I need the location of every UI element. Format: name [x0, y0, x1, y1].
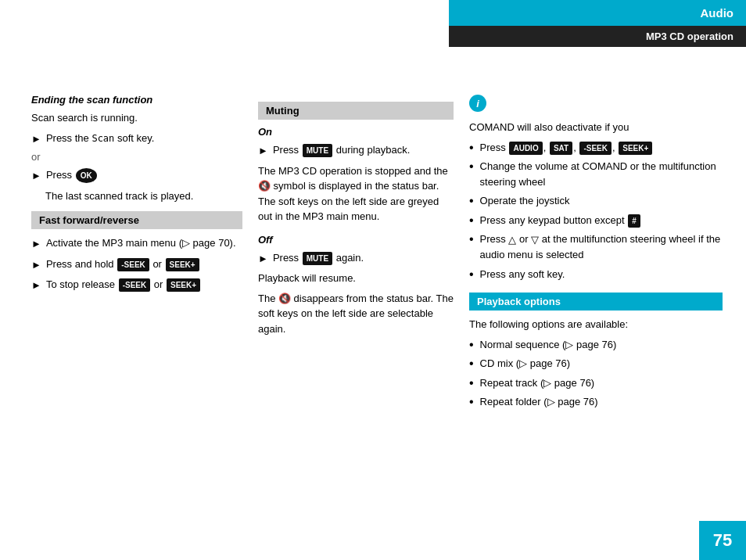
playback-options-heading: Playback options — [469, 293, 723, 311]
audio-badge: AUDIO — [509, 142, 542, 155]
muting-heading-text: Muting — [266, 105, 299, 117]
dot-icon-2: • — [469, 160, 474, 173]
off-bullet-text: Press MUTE again. — [273, 250, 364, 266]
ff-bullet-2: ► Press and hold -SEEK or SEEK+ — [31, 257, 242, 273]
arrow-icon-3: ► — [31, 236, 41, 252]
mid-column: Muting On ► Press MUTE during playback. … — [258, 94, 469, 505]
ok-badge: OK — [76, 168, 97, 183]
dot-icon-3: • — [469, 195, 474, 207]
mute-badge-2: MUTE — [303, 252, 332, 265]
dot-icon-8: • — [469, 357, 474, 370]
arrow-icon-7: ► — [258, 251, 268, 267]
page-number: 75 — [699, 521, 746, 560]
steer-down-icon: ▽ — [531, 232, 539, 248]
right-bullet-2-text: Change the volume at COMAND or the multi… — [480, 159, 723, 189]
playback-item-2-text: CD mix (▷ page 76) — [480, 356, 570, 372]
scan-bullet-2-text: Press OK — [46, 167, 98, 183]
right-bullet-6: • Press any soft key. — [469, 267, 723, 282]
last-scanned-text: The last scanned track is played. — [45, 188, 242, 204]
seek-plus-badge-2: SEEK+ — [167, 278, 200, 292]
right-column: i COMAND will also deactivate if you • P… — [469, 94, 723, 505]
seek-plus-badge-1: SEEK+ — [166, 258, 199, 271]
dot-icon-10: • — [469, 396, 474, 408]
seek-minus-badge-1: -SEEK — [117, 258, 149, 271]
playback-item-3: • Repeat track (▷ page 76) — [469, 375, 723, 391]
ff-bullet-2-text: Press and hold -SEEK or SEEK+ — [46, 257, 200, 272]
header-subtitle-label: MP3 CD operation — [449, 26, 746, 47]
seek-plus-badge-3: SEEK+ — [619, 142, 652, 155]
header: Audio MP3 CD operation — [449, 0, 746, 47]
right-bullet-5: • Press △ or ▽ at the multifunction stee… — [469, 232, 723, 263]
ff-bullet-1-text: Activate the MP3 main menu (▷ page 70). — [46, 235, 236, 251]
arrow-icon-2: ► — [31, 168, 41, 184]
info-body-text: COMAND will also deactivate if you — [469, 120, 723, 135]
playback-item-4-text: Repeat folder (▷ page 76) — [480, 394, 598, 410]
arrow-icon-4: ► — [31, 257, 41, 273]
info-icon: i — [469, 95, 486, 112]
fast-forward-heading: Fast forward/reverse — [31, 211, 242, 229]
arrow-icon-5: ► — [31, 278, 41, 293]
playback-item-1: • Normal sequence (▷ page 76) — [469, 337, 723, 353]
scan-bullet-1: ► Press the Scan soft key. — [31, 131, 242, 147]
scan-bullet-2: ► Press OK — [31, 167, 242, 184]
off-label: Off — [258, 234, 454, 246]
steer-up-icon: △ — [508, 232, 516, 248]
on-bullet-text: Press MUTE during playback. — [273, 142, 410, 158]
off-bullet: ► Press MUTE again. — [258, 250, 454, 267]
right-bullet-6-text: Press any soft key. — [480, 267, 565, 282]
hash-badge: # — [628, 214, 640, 228]
right-bullet-5-text: Press △ or ▽ at the multifunction steeri… — [480, 232, 723, 263]
or-text-1: or — [31, 151, 242, 163]
dot-icon-5: • — [469, 233, 474, 246]
seek-minus-badge-2: -SEEK — [119, 278, 151, 292]
sat-badge: SAT — [550, 142, 572, 155]
dot-icon-6: • — [469, 268, 474, 281]
arrow-icon-6: ► — [258, 143, 268, 159]
dot-icon-9: • — [469, 377, 474, 389]
scan-bullet-1-text: Press the Scan soft key. — [46, 131, 155, 146]
right-bullet-1: • Press AUDIO, SAT, -SEEK, SEEK+ — [469, 140, 723, 156]
muting-heading: Muting — [258, 102, 454, 120]
scan-key: Scan — [91, 133, 114, 144]
ending-scan-heading: Ending the scan function — [31, 94, 242, 106]
right-bullet-4: • Press any keypad button except # — [469, 213, 723, 228]
dot-icon-1: • — [469, 142, 474, 154]
main-content: Ending the scan function Scan search is … — [0, 78, 746, 521]
playback-item-3-text: Repeat track (▷ page 76) — [480, 375, 595, 391]
ff-bullet-3-text: To stop release -SEEK or SEEK+ — [46, 277, 201, 293]
on-bullet: ► Press MUTE during playback. — [258, 142, 454, 159]
ff-bullet-3: ► To stop release -SEEK or SEEK+ — [31, 277, 242, 293]
playback-intro-text: The following options are available: — [469, 317, 723, 332]
right-bullet-2: • Change the volume at COMAND or the mul… — [469, 159, 723, 189]
ff-bullet-1: ► Activate the MP3 main menu (▷ page 70)… — [31, 235, 242, 252]
dot-icon-4: • — [469, 214, 474, 227]
right-bullet-3-text: Operate the joystick — [480, 193, 570, 209]
off-body-1: Playback will resume. — [258, 271, 454, 286]
header-audio-label: Audio — [449, 0, 746, 26]
seek-minus-badge-3: -SEEK — [579, 142, 612, 155]
on-body-text: The MP3 CD operation is stopped and the … — [258, 163, 454, 224]
left-column: Ending the scan function Scan search is … — [31, 94, 258, 505]
right-bullet-4-text: Press any keypad button except # — [480, 213, 641, 228]
playback-item-1-text: Normal sequence (▷ page 76) — [480, 337, 617, 353]
mute-badge-1: MUTE — [303, 144, 332, 157]
dot-icon-7: • — [469, 339, 474, 351]
right-bullet-1-text: Press AUDIO, SAT, -SEEK, SEEK+ — [480, 140, 654, 156]
off-body-2: The 🔇 disappears from the status bar. Th… — [258, 291, 454, 337]
arrow-icon-1: ► — [31, 131, 41, 147]
right-bullet-3: • Operate the joystick — [469, 193, 723, 209]
playback-item-4: • Repeat folder (▷ page 76) — [469, 394, 723, 410]
info-box: i — [469, 94, 723, 112]
scan-running-text: Scan search is running. — [31, 110, 242, 126]
playback-item-2: • CD mix (▷ page 76) — [469, 356, 723, 372]
on-label: On — [258, 126, 454, 138]
